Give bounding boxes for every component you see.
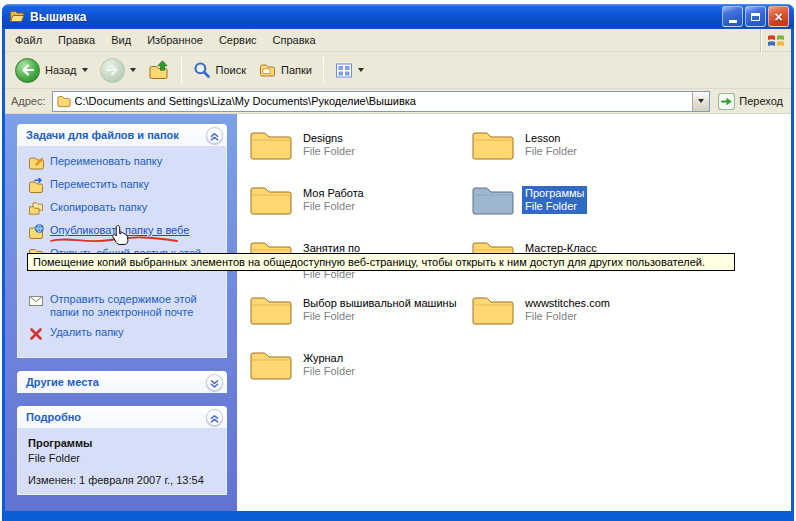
folder-tile-moya-rabota[interactable]: Моя РаботаFile Folder — [249, 183, 471, 238]
folder-type: File Folder — [525, 310, 610, 323]
window-title: Вышивка — [30, 10, 720, 24]
folder-type: File Folder — [525, 200, 584, 213]
window-folder-icon — [9, 9, 25, 24]
close-icon: × — [774, 10, 782, 24]
address-bar: Адрес: C:\Documents and Settings\Liza\My… — [5, 89, 791, 114]
folder-tile-programmy-selected[interactable]: ПрограммыFile Folder — [471, 183, 693, 238]
task-label: Скопировать папку — [50, 201, 147, 214]
folder-tile-zhurnal[interactable]: ЖурналFile Folder — [249, 348, 471, 403]
back-icon — [15, 58, 40, 83]
minimize-button[interactable] — [722, 6, 743, 27]
toolbar-separator — [323, 57, 324, 83]
folder-name: Lesson — [525, 132, 577, 145]
publish-icon — [28, 224, 44, 240]
details-title: Подробно — [26, 411, 81, 423]
views-icon — [335, 62, 353, 79]
folder-type: File Folder — [525, 145, 577, 158]
tasks-panel-title: Задачи для файлов и папок — [26, 129, 179, 141]
move-icon — [28, 178, 44, 194]
menu-file[interactable]: Файл — [7, 30, 50, 50]
folder-tile-lesson[interactable]: LessonFile Folder — [471, 128, 693, 183]
task-label: Переместить папку — [50, 178, 149, 191]
menu-favorites[interactable]: Избранное — [139, 30, 211, 50]
client-area: Файл Правка Вид Избранное Сервис Справка — [5, 29, 791, 511]
address-folder-icon — [56, 94, 71, 108]
chevron-up-icon — [207, 128, 222, 143]
task-label: Переименовать папку — [50, 155, 162, 168]
folder-type: File Folder — [303, 310, 457, 323]
expand-button[interactable] — [206, 374, 223, 391]
folder-name: Моя Работа — [303, 187, 364, 200]
task-publish-folder-web[interactable]: Опубликовать папку в вебе — [28, 224, 220, 240]
folder-tile-designs[interactable]: DesignsFile Folder — [249, 128, 471, 183]
chevron-down-icon — [207, 375, 222, 390]
minimize-icon — [729, 20, 737, 23]
address-combobox[interactable]: C:\Documents and Settings\Liza\My Docume… — [52, 91, 711, 112]
task-rename-folder[interactable]: Переименовать папку — [28, 155, 220, 171]
panel-other-places: Другие места — [17, 371, 227, 393]
folder-type: File Folder — [303, 200, 364, 213]
menu-edit[interactable]: Правка — [50, 30, 103, 50]
folder-name: Журнал — [303, 352, 355, 365]
titlebar[interactable]: Вышивка × — [2, 4, 794, 29]
close-button[interactable]: × — [768, 6, 789, 27]
folder-tile-vybor-mashiny[interactable]: Выбор вышивальной машиныFile Folder — [249, 293, 471, 348]
search-button[interactable]: Поиск — [188, 54, 251, 86]
folder-type: File Folder — [303, 145, 355, 158]
explorer-window: Вышивка × Файл Правка Вид Избранное Серв… — [2, 4, 794, 521]
folder-tile-wwwstitches[interactable]: wwwstitches.comFile Folder — [471, 293, 693, 348]
views-dropdown-icon — [358, 68, 364, 72]
folder-type: File Folder — [303, 365, 355, 378]
folder-icon — [471, 128, 515, 162]
toolbar-separator — [181, 57, 182, 83]
details-header[interactable]: Подробно — [17, 406, 227, 428]
go-button[interactable]: Переход — [716, 93, 785, 110]
maximize-icon — [751, 13, 760, 21]
search-label: Поиск — [216, 64, 246, 76]
folders-button[interactable]: Папки — [253, 54, 317, 86]
menu-tools[interactable]: Сервис — [211, 30, 265, 50]
folder-icon — [249, 183, 293, 217]
copy-icon — [28, 201, 44, 217]
delete-icon — [28, 326, 44, 342]
task-delete-folder[interactable]: Удалить папку — [28, 326, 220, 342]
windows-logo-area — [760, 29, 791, 52]
views-button[interactable] — [330, 54, 369, 86]
tasks-panel-header[interactable]: Задачи для файлов и папок — [17, 124, 227, 146]
maximize-button[interactable] — [745, 6, 766, 27]
up-button[interactable] — [143, 54, 175, 86]
address-dropdown-icon — [698, 99, 704, 103]
folders-label: Папки — [281, 64, 312, 76]
tasks-panel-body: Переименовать папку Переместить папку — [17, 146, 227, 358]
menu-view[interactable]: Вид — [103, 30, 139, 50]
folder-icon — [471, 293, 515, 327]
collapse-button[interactable] — [206, 127, 223, 144]
details-item-name: Программы — [28, 437, 220, 449]
task-move-folder[interactable]: Переместить папку — [28, 178, 220, 194]
panel-file-folder-tasks: Задачи для файлов и папок — [17, 124, 227, 358]
file-list: DesignsFile Folder LessonFile Folder Моя… — [237, 114, 791, 511]
forward-icon — [100, 58, 125, 83]
task-copy-folder[interactable]: Скопировать папку — [28, 201, 220, 217]
other-places-header[interactable]: Другие места — [17, 371, 227, 393]
forward-button[interactable] — [95, 54, 141, 86]
toolbar: Назад Поиск — [5, 52, 791, 89]
folder-name: Выбор вышивальной машины — [303, 297, 457, 310]
collapse-button[interactable] — [206, 409, 223, 426]
folder-name: Designs — [303, 132, 355, 145]
address-dropdown-button[interactable] — [692, 92, 709, 111]
task-email-folder[interactable]: Отправить содержимое этой папки по элект… — [28, 293, 220, 319]
task-label: Опубликовать папку в вебе — [50, 224, 189, 237]
address-label: Адрес: — [11, 95, 46, 107]
details-body: Программы File Folder Изменен: 1 февраля… — [17, 428, 227, 495]
menubar: Файл Правка Вид Избранное Сервис Справка — [5, 29, 791, 52]
email-icon — [28, 293, 44, 309]
rename-icon — [28, 155, 44, 171]
back-button[interactable]: Назад — [10, 54, 93, 86]
folder-icon — [249, 293, 293, 327]
chevron-up-icon — [207, 410, 222, 425]
up-folder-icon — [148, 60, 170, 80]
details-item-type: File Folder — [28, 452, 220, 464]
content-area: Задачи для файлов и папок — [5, 114, 791, 511]
menu-help[interactable]: Справка — [265, 30, 324, 50]
